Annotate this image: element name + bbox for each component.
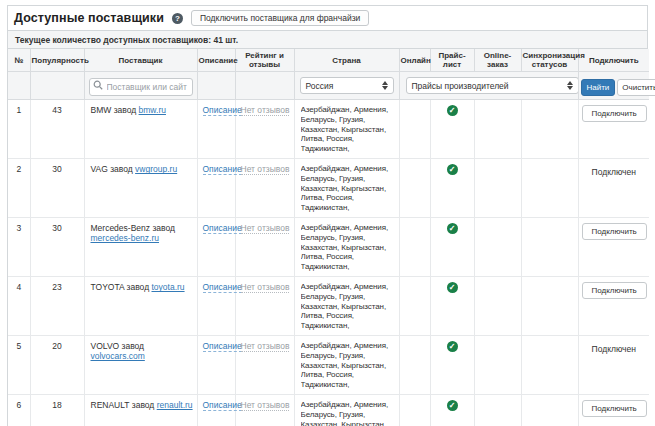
connect-franchise-supplier-button[interactable]: Подключить поставщика для франчайзи <box>191 10 369 26</box>
country-filter-select[interactable]: Россия <box>300 77 394 94</box>
table-row: 6 18 RENAULT завод renault.ru Описание Н… <box>8 395 649 426</box>
countries-list: Азербайджан, Армения, Беларусь, Грузия, … <box>301 400 393 426</box>
country-filter-value: Россия <box>306 81 334 91</box>
supplier-site-link[interactable]: vwgroup.ru <box>135 164 177 174</box>
description-link[interactable]: Описание <box>203 341 242 352</box>
row-number: 2 <box>8 159 30 218</box>
col-header-country: Страна <box>294 49 399 72</box>
status-sync-cell <box>521 395 578 426</box>
col-header-connect: Подключить <box>578 49 649 72</box>
supplier-search-input[interactable] <box>89 78 193 96</box>
countries-list: Азербайджан, Армения, Беларусь, Грузия, … <box>301 164 393 212</box>
countries-list: Азербайджан, Армения, Беларусь, Грузия, … <box>301 282 393 330</box>
connected-status: Подключен <box>592 341 636 354</box>
supplier-name: VOLVO завод <box>91 341 145 351</box>
table-header-row: № Популярность Поставщик Описание Рейтин… <box>8 49 649 72</box>
popularity-value: 23 <box>30 277 84 336</box>
col-header-supplier: Поставщик <box>84 49 197 72</box>
col-header-online-order: Online-заказ <box>474 49 521 72</box>
filter-row: Россия Прайсы производителей НайтиОчисти… <box>8 72 649 100</box>
status-sync-cell <box>521 218 578 277</box>
online-order-cell <box>474 277 521 336</box>
search-icon <box>93 80 103 90</box>
supplier-name: BMW завод <box>91 105 137 115</box>
reviews-label[interactable]: Нет отзывов <box>241 105 290 116</box>
suppliers-table: № Популярность Поставщик Описание Рейтин… <box>8 49 649 426</box>
popularity-value: 18 <box>30 395 84 426</box>
find-button[interactable]: Найти <box>581 79 616 96</box>
pricelist-check-icon: ✓ <box>447 105 458 116</box>
popularity-value: 30 <box>30 159 84 218</box>
description-link[interactable]: Описание <box>203 223 242 234</box>
suppliers-count-text: Текущее количество доступных поставщиков… <box>8 31 647 49</box>
reviews-label[interactable]: Нет отзывов <box>241 341 290 352</box>
supplier-site-link[interactable]: toyota.ru <box>151 282 184 292</box>
row-number: 6 <box>8 395 30 426</box>
online-cell <box>399 218 430 277</box>
table-row: 1 43 BMW завод bmw.ru Описание Нет отзыв… <box>8 100 649 159</box>
description-link[interactable]: Описание <box>203 400 242 411</box>
popularity-value: 30 <box>30 218 84 277</box>
connected-status: Подключен <box>592 164 636 177</box>
table-row: 4 23 TOYOTA завод toyota.ru Описание Нет… <box>8 277 649 336</box>
online-order-cell <box>474 395 521 426</box>
pricelist-filter-value: Прайсы производителей <box>412 81 509 91</box>
connect-button[interactable]: Подключить <box>582 223 647 240</box>
description-link[interactable]: Описание <box>203 282 242 293</box>
status-sync-cell <box>521 100 578 159</box>
row-number: 1 <box>8 100 30 159</box>
pricelist-check-icon: ✓ <box>447 282 458 293</box>
online-order-cell <box>474 336 521 395</box>
select-arrows-icon <box>567 81 573 90</box>
table-row: 5 20 VOLVO завод volvocars.com Описание … <box>8 336 649 395</box>
pricelist-check-icon: ✓ <box>447 223 458 234</box>
popularity-value: 20 <box>30 336 84 395</box>
col-header-description: Описание <box>197 49 235 72</box>
pricelist-check-icon: ✓ <box>447 164 458 175</box>
help-icon[interactable]: ? <box>172 13 183 24</box>
supplier-name: Mercedes-Benz завод <box>91 223 175 233</box>
online-order-cell <box>474 100 521 159</box>
online-cell <box>399 159 430 218</box>
supplier-name: VAG завод <box>91 164 133 174</box>
page-title: Доступные поставщики <box>14 11 164 25</box>
countries-list: Азербайджан, Армения, Беларусь, Грузия, … <box>301 105 393 153</box>
status-sync-cell <box>521 277 578 336</box>
status-sync-cell <box>521 336 578 395</box>
col-header-pricelist: Прайс-лист <box>430 49 474 72</box>
col-header-num: № <box>8 49 30 72</box>
reviews-label[interactable]: Нет отзывов <box>241 223 290 234</box>
supplier-name: RENAULT завод <box>91 400 155 410</box>
table-row: 3 30 Mercedes-Benz завод mercedes-benz.r… <box>8 218 649 277</box>
pricelist-check-icon: ✓ <box>447 341 458 352</box>
clear-button[interactable]: Очистить <box>617 79 655 96</box>
supplier-site-link[interactable]: mercedes-benz.ru <box>91 233 160 243</box>
online-cell <box>399 277 430 336</box>
online-order-cell <box>474 218 521 277</box>
countries-list: Азербайджан, Армения, Беларусь, Грузия, … <box>301 341 393 389</box>
connect-button[interactable]: Подключить <box>582 400 647 417</box>
col-header-online: Онлайн <box>399 49 430 72</box>
status-sync-cell <box>521 159 578 218</box>
description-link[interactable]: Описание <box>203 164 242 175</box>
pricelist-filter-select[interactable]: Прайсы производителей <box>406 77 579 94</box>
supplier-site-link[interactable]: renault.ru <box>157 400 193 410</box>
select-arrows-icon <box>382 81 388 90</box>
supplier-site-link[interactable]: bmw.ru <box>139 105 166 115</box>
title-bar: Доступные поставщики ? Подключить постав… <box>8 6 647 31</box>
connect-button[interactable]: Подключить <box>582 282 647 299</box>
row-number: 4 <box>8 277 30 336</box>
reviews-label[interactable]: Нет отзывов <box>241 282 290 293</box>
col-header-status-sync: Синхронизация статусов <box>521 49 578 72</box>
reviews-label[interactable]: Нет отзывов <box>241 400 290 411</box>
online-order-cell <box>474 159 521 218</box>
connect-button[interactable]: Подключить <box>582 105 647 122</box>
pricelist-check-icon: ✓ <box>447 400 458 411</box>
row-number: 5 <box>8 336 30 395</box>
supplier-site-link[interactable]: volvocars.com <box>91 351 145 361</box>
col-header-popularity: Популярность <box>30 49 84 72</box>
reviews-label[interactable]: Нет отзывов <box>241 164 290 175</box>
description-link[interactable]: Описание <box>203 105 242 116</box>
online-cell <box>399 100 430 159</box>
countries-list: Азербайджан, Армения, Беларусь, Грузия, … <box>301 223 393 271</box>
